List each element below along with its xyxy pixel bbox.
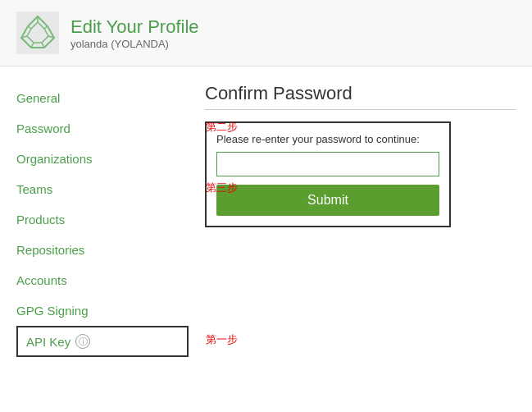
content-area: Confirm Password Please re-enter your pa… bbox=[197, 66, 532, 373]
sidebar-item-password[interactable]: Password 第二步 bbox=[16, 113, 197, 144]
sidebar-row-password: Password 第二步 bbox=[16, 113, 197, 144]
avatar bbox=[16, 11, 59, 54]
annotation-step1: 第一步 bbox=[206, 332, 238, 347]
sidebar-item-gpg-signing[interactable]: GPG Signing bbox=[16, 295, 197, 326]
user-subtitle: yolanda (YOLANDA) bbox=[70, 38, 199, 50]
confirm-label: Please re-enter your password to continu… bbox=[216, 133, 439, 145]
header: Edit Your Profile yolanda (YOLANDA) bbox=[0, 0, 532, 66]
header-text: Edit Your Profile yolanda (YOLANDA) bbox=[70, 16, 199, 50]
sidebar-row-teams: Teams 第三步 bbox=[16, 174, 197, 204]
page-title: Edit Your Profile bbox=[70, 16, 199, 38]
main-layout: General Password 第二步 Organizations Teams… bbox=[0, 66, 532, 373]
sidebar-row-repositories: Repositories bbox=[16, 235, 197, 265]
sidebar-item-repositories[interactable]: Repositories bbox=[16, 235, 197, 265]
sidebar-row-apikey: API Key ⓘ 第一步 bbox=[16, 326, 197, 357]
sidebar-item-general[interactable]: General bbox=[16, 83, 197, 113]
submit-button[interactable]: Submit bbox=[216, 185, 439, 216]
sidebar-item-teams[interactable]: Teams 第三步 bbox=[16, 174, 197, 204]
sidebar-row-general: General bbox=[16, 83, 197, 113]
sidebar-item-products[interactable]: Products bbox=[16, 204, 197, 235]
annotation-step3-sidebar: 第三步 bbox=[206, 181, 238, 195]
password-input[interactable] bbox=[216, 152, 439, 176]
sidebar-row-accounts: Accounts bbox=[16, 265, 197, 295]
sidebar-row-organizations: Organizations bbox=[16, 144, 197, 174]
sidebar-item-organizations[interactable]: Organizations bbox=[16, 144, 197, 174]
sidebar-row-products: Products bbox=[16, 204, 197, 235]
section-title: Confirm Password bbox=[205, 83, 516, 110]
api-key-icon: ⓘ bbox=[75, 334, 90, 349]
sidebar-item-api-key[interactable]: API Key ⓘ bbox=[16, 326, 189, 357]
sidebar: General Password 第二步 Organizations Teams… bbox=[0, 66, 197, 373]
sidebar-item-accounts[interactable]: Accounts bbox=[16, 265, 197, 295]
confirm-password-box: Please re-enter your password to continu… bbox=[205, 121, 451, 227]
annotation-step2: 第二步 bbox=[206, 120, 238, 135]
sidebar-row-gpg: GPG Signing bbox=[16, 295, 197, 326]
